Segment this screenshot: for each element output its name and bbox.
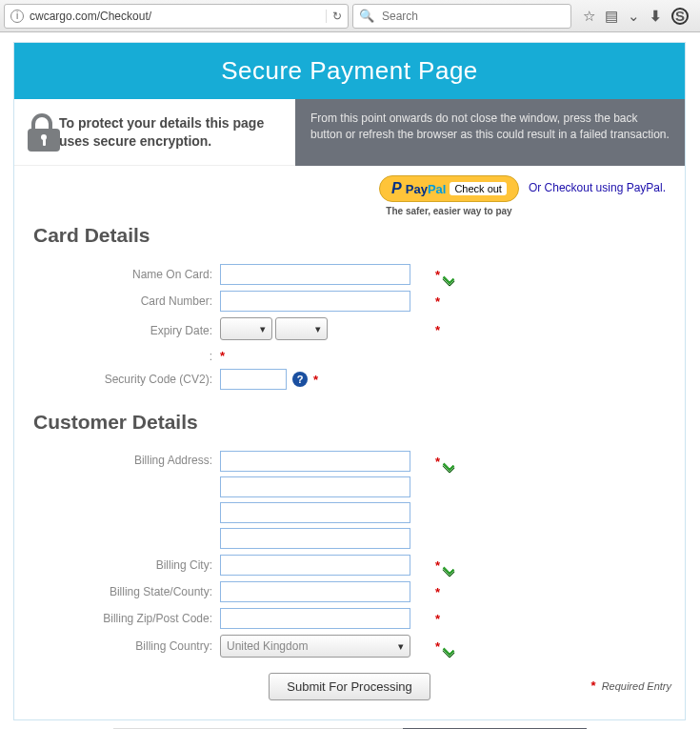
payment-page: Secure Payment Page To protect your deta…	[13, 42, 686, 720]
section-customer-details: Customer Details	[33, 411, 666, 434]
bookmark-star-icon[interactable]: ☆	[583, 8, 595, 25]
encryption-text: To protect your details this page uses s…	[59, 114, 282, 149]
label-billing-address: Billing Address:	[33, 451, 214, 467]
label-card-number: Card Number:	[33, 294, 214, 308]
required-marker: *	[435, 639, 440, 654]
check-icon	[444, 557, 459, 573]
required-marker: *	[435, 268, 440, 282]
check-icon	[444, 267, 459, 282]
search-input[interactable]	[380, 9, 565, 24]
pocket-icon[interactable]: ⌄	[628, 8, 640, 25]
search-bar[interactable]: 🔍	[352, 4, 571, 29]
expiry-month-select[interactable]	[220, 317, 272, 340]
required-marker: *	[435, 455, 440, 469]
browser-chrome: i cwcargo.com/Checkout/ ↻ 🔍 ☆ ▤ ⌄ ⬇ S	[0, 0, 700, 32]
extension-s-icon[interactable]: S	[671, 8, 689, 25]
search-icon: 🔍	[359, 9, 374, 23]
paypal-p-icon: P	[391, 180, 402, 197]
label-billing-country: Billing Country:	[33, 639, 214, 653]
required-marker: *	[220, 349, 225, 363]
section-card-details: Card Details	[33, 224, 666, 247]
site-info-icon[interactable]: i	[10, 10, 24, 23]
paypal-logo-pal: Pal	[428, 182, 447, 196]
required-marker: *	[435, 323, 440, 337]
paypal-alt-link[interactable]: Or Checkout using PayPal.	[529, 175, 666, 194]
page-title: Secure Payment Page	[14, 43, 685, 99]
paypal-checkout-button[interactable]: P PayPal Check out	[379, 175, 519, 202]
billing-address-4-input[interactable]	[220, 528, 410, 549]
downloads-icon[interactable]: ⬇	[650, 8, 662, 25]
expiry-year-select[interactable]	[275, 317, 328, 340]
help-icon[interactable]: ?	[292, 372, 308, 387]
label-billing-city: Billing City:	[33, 558, 214, 572]
required-entry-note: * Required Entry	[590, 678, 671, 693]
label-billing-state: Billing State/County:	[33, 585, 214, 598]
cv2-input[interactable]	[220, 369, 287, 390]
warning-text: From this point onwards do not close the…	[295, 99, 685, 166]
required-marker: *	[313, 373, 318, 387]
label-billing-zip: Billing Zip/Post Code:	[33, 612, 214, 625]
url-text: cwcargo.com/Checkout/	[30, 10, 151, 23]
paypal-logo-pay: Pay	[406, 182, 428, 196]
check-icon	[444, 454, 459, 469]
label-name-on-card: Name On Card:	[33, 268, 214, 281]
card-number-input[interactable]	[220, 291, 410, 312]
address-bar[interactable]: i cwcargo.com/Checkout/ ↻	[4, 4, 349, 29]
label-expiry: Expiry Date:	[33, 324, 214, 337]
required-marker: *	[435, 558, 440, 573]
submit-button[interactable]: Submit For Processing	[269, 673, 430, 700]
billing-city-input[interactable]	[220, 555, 410, 576]
required-marker: *	[435, 294, 440, 309]
toolbar-icons: ☆ ▤ ⌄ ⬇ S	[575, 8, 696, 25]
billing-country-select[interactable]: United Kingdom	[220, 635, 410, 658]
name-on-card-input[interactable]	[220, 264, 410, 285]
billing-address-1-input[interactable]	[220, 451, 410, 472]
required-marker: *	[435, 585, 440, 599]
billing-address-2-input[interactable]	[220, 476, 410, 497]
billing-zip-input[interactable]	[220, 608, 410, 629]
reading-list-icon[interactable]: ▤	[605, 8, 618, 25]
label-cv2: Security Code (CV2):	[33, 373, 214, 386]
billing-address-3-input[interactable]	[220, 502, 410, 523]
billing-state-input[interactable]	[220, 581, 410, 602]
paypal-checkout-label: Check out	[450, 182, 507, 195]
check-icon	[444, 638, 459, 654]
required-marker: *	[435, 612, 440, 626]
lock-icon	[28, 113, 48, 152]
reload-icon[interactable]: ↻	[326, 10, 342, 23]
label-colon: :	[33, 350, 214, 363]
info-bar: To protect your details this page uses s…	[14, 99, 685, 166]
paypal-tagline: The safer, easier way to pay	[379, 206, 519, 216]
